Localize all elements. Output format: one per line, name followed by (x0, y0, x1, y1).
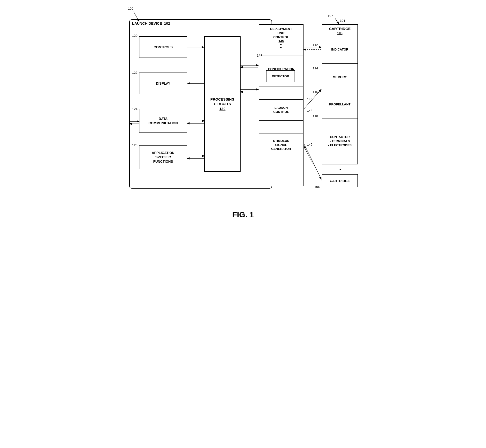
ref-122: 122 (132, 71, 138, 74)
ref-112: 112 (313, 43, 318, 47)
memory-block: MEMORY (322, 64, 357, 91)
stimulus-block: STIMULUSSIGNALGENERATOR (259, 133, 304, 157)
data-comm-block: DATACOMMUNICATION (139, 109, 187, 133)
ref-144: 144 (307, 109, 313, 112)
launch-device-label: LAUNCH DEVICE 102 (132, 21, 170, 25)
ref-100: 100 (128, 7, 133, 10)
propellant-block: PROPELLANT (322, 91, 357, 119)
diagram: 100 LAUNCH DEVICE 102 120 CONTROLS 122 D… (127, 5, 359, 203)
app-specific-block: APPLICATIONSPECIFICFUNCTIONS (139, 145, 187, 169)
ref-107: 107 (328, 14, 333, 18)
svg-line-17 (304, 146, 321, 181)
ref-106: 106 (314, 185, 320, 189)
ref-126: 126 (132, 143, 138, 147)
ref-143: 143 (307, 97, 313, 101)
duc-dots: • • (278, 44, 284, 48)
ref-104: 104 (340, 19, 345, 23)
indicator-block: INDICATOR (322, 36, 357, 64)
ref-124: 124 (132, 107, 138, 111)
contactor-block: CONTACTOR• TERMINALS• ELECTRODES (322, 119, 357, 164)
launch-control-block: LAUNCHCONTROL (259, 99, 304, 121)
ref-146: 146 (307, 143, 313, 146)
ref-120: 120 (132, 34, 138, 38)
processing-circuits-block: PROCESSING CIRCUITS 130 (204, 36, 241, 172)
ref-116: 116 (313, 90, 318, 94)
cartridge-top-box: CARTRIDGE 105 INDICATOR MEMORY PROPELLAN… (322, 24, 358, 164)
svg-line-19 (335, 18, 339, 24)
ref-118: 118 (313, 114, 318, 118)
ref-114: 114 (313, 66, 318, 70)
controls-block: CONTROLS (139, 36, 187, 58)
cartridge-bottom-block: CARTRIDGE (322, 174, 358, 187)
display-block: DISPLAY (139, 72, 187, 94)
svg-line-16 (304, 144, 321, 179)
detector-block: DETECTOR (266, 70, 295, 82)
fig-label: FIG. 1 (232, 210, 254, 219)
